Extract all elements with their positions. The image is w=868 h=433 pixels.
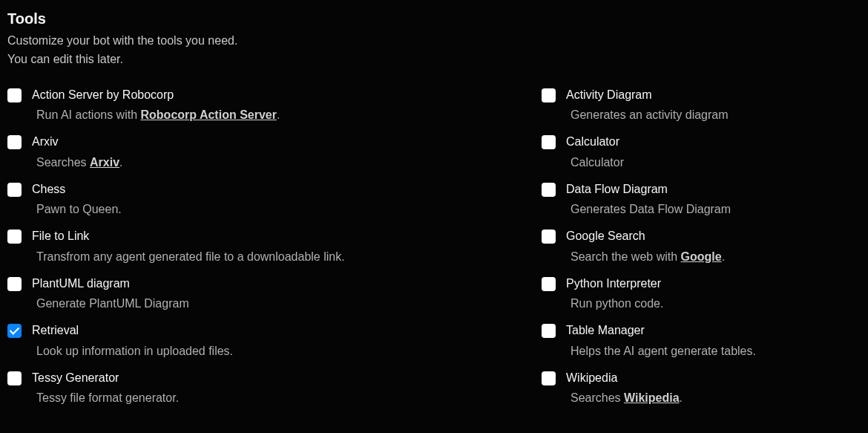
tool-desc: Tessy file format generator. (32, 389, 179, 406)
tool-name: Table Manager (566, 322, 756, 339)
subtitle-line-1: Customize your bot with the tools you ne… (7, 34, 237, 47)
desc-text: Search the web with (571, 250, 681, 263)
tool-item-wikipedia: WikipediaSearches Wikipedia. (542, 370, 861, 407)
desc-text: Generate PlantUML Diagram (36, 297, 189, 310)
tool-item-chess: ChessPawn to Queen. (7, 181, 419, 218)
tool-desc: Run AI actions with Robocorp Action Serv… (32, 106, 280, 123)
desc-link-arxiv[interactable]: Arxiv (90, 156, 119, 169)
tools-columns: Action Server by RobocorpRun AI actions … (7, 87, 861, 417)
tool-desc: Transfrom any agent generated file to a … (32, 248, 345, 265)
checkbox-chess[interactable] (7, 183, 22, 197)
tool-text: CalculatorCalculator (566, 134, 624, 171)
desc-text: Calculator (571, 156, 624, 169)
tool-text: Data Flow DiagramGenerates Data Flow Dia… (566, 181, 731, 218)
tool-item-tessy-generator: Tessy GeneratorTessy file format generat… (7, 370, 419, 407)
checkbox-file-to-link[interactable] (7, 229, 22, 244)
tool-item-calculator: CalculatorCalculator (542, 134, 861, 171)
tool-name: Tessy Generator (32, 370, 179, 386)
tool-desc: Calculator (566, 154, 624, 171)
desc-text: Pawn to Queen. (36, 203, 122, 215)
checkbox-tessy-generator[interactable] (7, 371, 22, 385)
tool-name: Retrieval (32, 322, 233, 339)
tool-text: Activity DiagramGenerates an activity di… (566, 87, 729, 124)
checkbox-data-flow-diagram[interactable] (542, 183, 556, 197)
desc-text: Look up information in uploaded files. (36, 345, 233, 357)
tool-name: Chess (32, 181, 122, 198)
tool-item-arxiv: ArxivSearches Arxiv. (7, 134, 419, 171)
tool-item-retrieval: RetrievalLook up information in uploaded… (7, 322, 419, 359)
tool-item-python-interpreter: Python InterpreterRun python code. (542, 276, 861, 313)
desc-link-google-search[interactable]: Google (681, 250, 722, 263)
tool-text: ChessPawn to Queen. (32, 181, 122, 218)
checkbox-wikipedia[interactable] (542, 371, 556, 385)
tool-desc: Helps the AI agent generate tables. (566, 342, 756, 359)
tool-name: Activity Diagram (566, 87, 729, 103)
tool-text: ArxivSearches Arxiv. (32, 134, 123, 171)
tool-item-plantuml: PlantUML diagramGenerate PlantUML Diagra… (7, 276, 419, 313)
tool-text: Action Server by RobocorpRun AI actions … (32, 87, 280, 124)
tool-text: Tessy GeneratorTessy file format generat… (32, 370, 179, 407)
tool-item-action-server: Action Server by RobocorpRun AI actions … (7, 87, 419, 124)
checkbox-arxiv[interactable] (7, 135, 22, 149)
tool-text: Python InterpreterRun python code. (566, 276, 663, 313)
tool-desc: Pawn to Queen. (32, 201, 122, 218)
tool-name: Arxiv (32, 134, 123, 150)
desc-text: . (680, 391, 683, 404)
tool-item-table-manager: Table ManagerHelps the AI agent generate… (542, 322, 861, 359)
checkbox-plantuml[interactable] (7, 277, 22, 291)
tool-desc: Generates an activity diagram (566, 106, 729, 123)
tool-desc: Generate PlantUML Diagram (32, 295, 189, 312)
tool-name: Python Interpreter (566, 276, 663, 292)
subtitle-line-2: You can edit this later. (7, 53, 123, 65)
checkbox-google-search[interactable] (542, 229, 556, 244)
desc-text: Transfrom any agent generated file to a … (36, 250, 345, 263)
tool-item-data-flow-diagram: Data Flow DiagramGenerates Data Flow Dia… (542, 181, 861, 218)
tool-desc: Searches Wikipedia. (566, 389, 683, 406)
tool-name: PlantUML diagram (32, 276, 189, 292)
tool-text: WikipediaSearches Wikipedia. (566, 370, 683, 407)
page-title: Tools (7, 10, 861, 27)
tool-desc: Search the web with Google. (566, 248, 725, 265)
checkbox-activity-diagram[interactable] (542, 88, 556, 102)
desc-text: Generates an activity diagram (571, 108, 729, 121)
tool-name: File to Link (32, 228, 345, 244)
tool-text: File to LinkTransfrom any agent generate… (32, 228, 345, 265)
checkbox-calculator[interactable] (542, 135, 556, 149)
desc-text: Generates Data Flow Diagram (571, 203, 731, 215)
checkbox-python-interpreter[interactable] (542, 277, 556, 291)
desc-text: Searches (571, 391, 624, 404)
tool-name: Action Server by Robocorp (32, 87, 280, 103)
tool-item-google-search: Google SearchSearch the web with Google. (542, 228, 861, 265)
desc-link-wikipedia[interactable]: Wikipedia (624, 391, 680, 404)
tools-column-right: Activity DiagramGenerates an activity di… (434, 87, 861, 417)
tool-text: PlantUML diagramGenerate PlantUML Diagra… (32, 276, 189, 313)
checkbox-table-manager[interactable] (542, 324, 556, 338)
tool-text: Google SearchSearch the web with Google. (566, 228, 725, 265)
tool-desc: Searches Arxiv. (32, 154, 123, 171)
checkbox-action-server[interactable] (7, 88, 22, 102)
tool-desc: Generates Data Flow Diagram (566, 201, 731, 218)
desc-text: Run python code. (571, 297, 663, 310)
desc-text: Searches (36, 156, 90, 169)
tool-desc: Run python code. (566, 295, 663, 312)
tool-name: Data Flow Diagram (566, 181, 731, 198)
tool-text: RetrievalLook up information in uploaded… (32, 322, 233, 359)
tool-text: Table ManagerHelps the AI agent generate… (566, 322, 756, 359)
tool-item-activity-diagram: Activity DiagramGenerates an activity di… (542, 87, 861, 124)
tool-name: Calculator (566, 134, 624, 150)
tools-column-left: Action Server by RobocorpRun AI actions … (7, 87, 434, 417)
desc-link-action-server[interactable]: Robocorp Action Server (141, 108, 277, 121)
tool-name: Wikipedia (566, 370, 683, 386)
desc-text: Run AI actions with (36, 108, 141, 121)
checkbox-retrieval[interactable] (7, 324, 22, 338)
tool-desc: Look up information in uploaded files. (32, 342, 233, 359)
tool-item-file-to-link: File to LinkTransfrom any agent generate… (7, 228, 419, 265)
page-subtitle: Customize your bot with the tools you ne… (7, 32, 861, 69)
header: Tools Customize your bot with the tools … (7, 10, 861, 69)
desc-text: . (277, 108, 280, 121)
tool-name: Google Search (566, 228, 725, 244)
desc-text: Helps the AI agent generate tables. (571, 345, 756, 357)
desc-text: Tessy file format generator. (36, 391, 179, 404)
desc-text: . (119, 156, 122, 169)
desc-text: . (722, 250, 725, 263)
